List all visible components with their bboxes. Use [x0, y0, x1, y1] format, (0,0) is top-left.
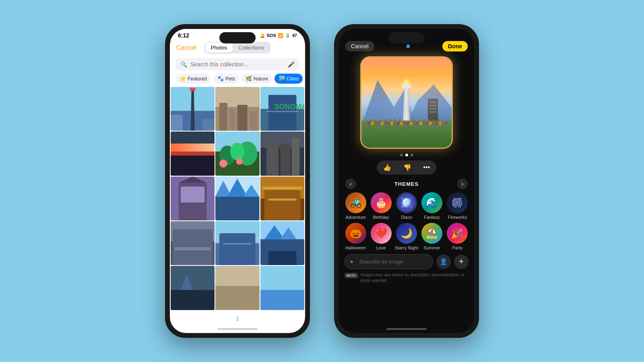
- category-cities[interactable]: 🏙️ Cities: [275, 74, 303, 84]
- more-button[interactable]: •••: [418, 161, 436, 174]
- svg-point-27: [236, 158, 243, 165]
- photo-thumb-14[interactable]: [215, 266, 259, 310]
- adventure-label: Adventure: [346, 215, 366, 220]
- svg-rect-3: [190, 88, 196, 91]
- category-nature[interactable]: 🌿 Nature: [242, 74, 272, 84]
- themes-label: THEMES: [394, 181, 419, 187]
- category-featured[interactable]: ⭐ Featured: [175, 74, 211, 84]
- svg-rect-31: [280, 144, 290, 176]
- dot-1[interactable]: [400, 154, 403, 156]
- svg-rect-5: [203, 119, 215, 131]
- theme-fantasy[interactable]: 🌊 Fantasy: [420, 192, 444, 220]
- photo-thumb-9[interactable]: [260, 177, 304, 220]
- svg-rect-66: [260, 290, 304, 310]
- svg-rect-9: [229, 109, 235, 131]
- category-label: Pets: [225, 76, 235, 82]
- tab-photos[interactable]: Photos: [205, 43, 233, 53]
- birthday-icon: 🎂: [371, 192, 392, 213]
- phone1-screen: 6:12 🔔 SOS 📶 🔋 47 Cancel Photos Collecti…: [170, 29, 305, 333]
- photo-thumb-10[interactable]: [171, 221, 215, 265]
- photo-thumb-7[interactable]: [171, 177, 215, 220]
- party-label: Party: [452, 245, 463, 250]
- photo-thumb-11[interactable]: [215, 221, 259, 265]
- halloween-label: Halloween: [345, 245, 366, 250]
- theme-starrynight[interactable]: 🌙 Starry Night: [394, 223, 419, 250]
- photo-thumb-3[interactable]: SONOMA: [260, 87, 304, 131]
- search-bar[interactable]: 🔍 🎤: [175, 58, 299, 70]
- themes-next-button[interactable]: ›: [457, 179, 468, 189]
- svg-rect-54: [223, 243, 252, 245]
- p2-cancel-button[interactable]: Cancel: [345, 41, 374, 51]
- theme-love[interactable]: ❤️ Love: [369, 223, 393, 250]
- main-preview-image: [360, 56, 453, 149]
- plus-button[interactable]: +: [454, 255, 469, 269]
- fantasy-label: Fantasy: [424, 215, 440, 220]
- describe-area: ✦ Describe an image 👤 +: [345, 254, 469, 269]
- svg-point-25: [230, 143, 245, 160]
- svg-rect-64: [215, 286, 259, 310]
- dot-2[interactable]: [405, 154, 408, 156]
- halloween-icon: 🎃: [345, 223, 366, 244]
- lighthouse-light: [405, 80, 408, 84]
- home-bar: [217, 328, 258, 330]
- svg-rect-4: [171, 115, 183, 131]
- svg-rect-59: [268, 251, 297, 265]
- photo-thumb-6[interactable]: [260, 132, 304, 175]
- photo-thumb-5[interactable]: [215, 132, 259, 175]
- theme-adventure[interactable]: 🚜 Adventure: [344, 192, 368, 220]
- describe-input-wrapper: ✦ Describe an image: [345, 254, 433, 269]
- dislike-button[interactable]: 👎: [398, 161, 417, 174]
- theme-party[interactable]: 🎉 Party: [445, 223, 469, 250]
- adventure-icon: 🚜: [345, 192, 366, 213]
- fireworks-icon: 🎆: [447, 192, 468, 213]
- themes-prev-button[interactable]: ‹: [345, 179, 356, 189]
- photo-thumb-15[interactable]: [260, 266, 304, 310]
- party-icon: 🎉: [447, 223, 468, 244]
- wifi-icon: 📶: [278, 33, 283, 38]
- photo-thumb-4[interactable]: [171, 132, 215, 175]
- ai-image-area: [339, 55, 474, 151]
- home-bar: [386, 328, 427, 330]
- person-button[interactable]: 👤: [436, 255, 451, 269]
- p2-done-button[interactable]: Done: [442, 41, 468, 51]
- svg-rect-30: [266, 140, 279, 175]
- theme-disco[interactable]: 🪩 Disco: [394, 192, 419, 220]
- photo-thumb-8[interactable]: [215, 177, 259, 220]
- photo-thumb-12[interactable]: [260, 221, 304, 265]
- svg-rect-32: [291, 138, 299, 175]
- describe-input[interactable]: Describe an image: [345, 254, 433, 269]
- tab-group: Photos Collections: [204, 42, 270, 53]
- search-input[interactable]: [190, 61, 285, 68]
- phone-notch: [388, 32, 425, 43]
- cancel-button[interactable]: Cancel: [176, 44, 196, 51]
- themes-header: ‹ THEMES ›: [339, 176, 474, 191]
- photo-thumb-13[interactable]: [171, 266, 215, 310]
- theme-halloween[interactable]: 🎃 Halloween: [344, 223, 368, 250]
- phone-notch: [219, 32, 256, 43]
- svg-rect-44: [264, 189, 300, 221]
- svg-rect-8: [219, 103, 227, 131]
- tab-collections[interactable]: Collections: [233, 43, 270, 53]
- lighthouse-top: [402, 84, 411, 88]
- beta-text: Images may vary based on description, pe…: [361, 272, 469, 284]
- theme-summer[interactable]: ⛱️ Summer: [420, 223, 444, 250]
- theme-fireworks[interactable]: 🎆 Fireworks: [445, 192, 469, 220]
- mic-icon[interactable]: 🎤: [288, 61, 295, 68]
- svg-rect-50: [175, 247, 211, 251]
- photo-thumb-2[interactable]: [215, 87, 259, 131]
- love-icon: ❤️: [371, 223, 392, 244]
- svg-rect-20: [171, 152, 215, 156]
- photo-thumb-1[interactable]: [171, 87, 215, 131]
- like-button[interactable]: 👍: [378, 161, 397, 174]
- svg-rect-16: [266, 111, 299, 112]
- dot-3[interactable]: [411, 154, 413, 156]
- sort-icon[interactable]: ↕: [236, 314, 239, 323]
- birthday-label: Birthday: [373, 215, 389, 220]
- svg-rect-11: [250, 111, 258, 131]
- camera-dot: [407, 45, 410, 48]
- category-pets[interactable]: 🐾 Pets: [213, 74, 239, 84]
- svg-rect-10: [237, 105, 248, 131]
- svg-rect-35: [181, 187, 205, 203]
- cities-icon: 🏙️: [279, 76, 285, 82]
- theme-birthday[interactable]: 🎂 Birthday: [369, 192, 393, 220]
